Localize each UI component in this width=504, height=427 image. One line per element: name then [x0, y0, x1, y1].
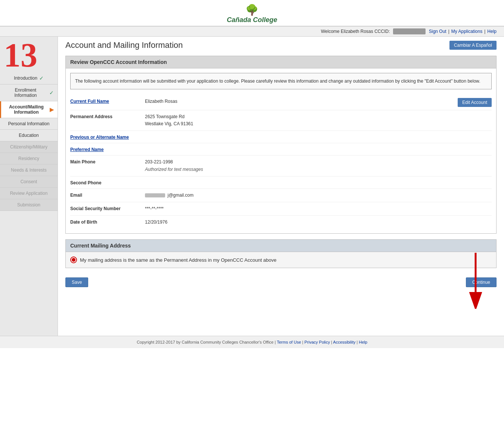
review-section: Review OpenCCC Account Information The f… [65, 56, 497, 234]
sidebar-item-education[interactable]: Education [0, 130, 58, 141]
sidebar-item-label: Account/Mailing Information [5, 104, 48, 115]
permanent-address-label: Permanent Address [70, 113, 145, 119]
field-row-ssn: Social Security Number ***-**-**** [70, 202, 492, 216]
mailing-checkbox-indicator [70, 256, 77, 263]
second-phone-label: Second Phone [70, 179, 145, 185]
page-title: Account and Mailing Information [65, 40, 183, 50]
logo-icon: 🌳 [245, 4, 259, 16]
permanent-address-value: 2625 Townsgate Rd Westlake Vlg, CA 91361 [145, 113, 492, 128]
info-notice: The following account information will b… [70, 73, 492, 89]
dob-label: Date of Birth [70, 219, 145, 225]
prev-name-label: Previous or Alternate Name [70, 134, 145, 140]
main-phone-label: Main Phone [70, 159, 145, 165]
mailing-section: Current Mailing Address My mailing addre… [65, 239, 497, 268]
help-link-header[interactable]: Help [487, 29, 497, 34]
sidebar-item-label: Enrollment Information [4, 87, 47, 98]
welcome-text: Welcome Elizabeth Rosas CCCID: [321, 29, 390, 34]
field-row-dob: Date of Birth 12/20/1976 [70, 216, 492, 229]
review-section-header: Review OpenCCC Account Information [66, 56, 496, 68]
page-title-row: Account and Mailing Information Cambiar … [65, 40, 497, 50]
sidebar-item-submission[interactable]: Submission [0, 199, 58, 211]
current-full-name-label: Current Full Name [70, 98, 145, 104]
field-row-email: Email ■■■ j@gmail.com [70, 189, 492, 202]
mailing-section-content: My mailing address is the same as the Pe… [66, 252, 496, 268]
page-header: 🌳 Cañada College [0, 0, 504, 26]
sidebar-item-introduction[interactable]: Introduction ✓ [0, 72, 58, 85]
field-row-permanent-address: Permanent Address 2625 Townsgate Rd West… [70, 110, 492, 131]
footer: Copyright 2012-2017 by California Commun… [0, 336, 504, 348]
sidebar-item-label: Personal Information [8, 121, 50, 126]
sidebar-item-label: Citizenship/Military [10, 144, 47, 150]
review-section-content: The following account information will b… [66, 68, 496, 233]
red-arrow-svg [464, 253, 487, 309]
cccid-mask: ■■■■■■■ [393, 28, 426, 34]
top-bar: Welcome Elizabeth Rosas CCCID: ■■■■■■■ S… [0, 26, 504, 37]
current-full-name-link[interactable]: Current Full Name [70, 99, 109, 104]
check-icon-introduction: ✓ [39, 75, 44, 81]
edit-account-button[interactable]: Edit Account [458, 98, 492, 107]
email-label: Email [70, 192, 145, 198]
sidebar-item-label: Education [19, 133, 38, 138]
field-row-full-name: Current Full Name Elizabeth Rosas Edit A… [70, 95, 492, 110]
bottom-bar: Save Continue [65, 274, 497, 291]
step-number: 13 [0, 37, 58, 72]
footer-terms-link[interactable]: Terms of Use [277, 340, 301, 344]
sidebar-item-citizenship[interactable]: Citizenship/Military [0, 141, 58, 153]
arrow-icon-active: ▶ [50, 107, 54, 113]
college-name: Cañada College [227, 16, 277, 24]
footer-copyright: Copyright 2012-2017 by California Commun… [137, 340, 276, 344]
main-layout: 13 Introduction ✓ Enrollment Information… [0, 37, 504, 336]
espanol-button[interactable]: Cambiar A Español [449, 41, 497, 50]
previous-alternate-name-link[interactable]: Previous or Alternate Name [70, 135, 129, 140]
sidebar-item-label: Consent [21, 179, 37, 184]
footer-privacy-link[interactable]: Privacy Policy [304, 340, 330, 344]
main-phone-value: 203-221-1998 Authorized for text message… [145, 159, 492, 173]
current-full-name-value: Elizabeth Rosas [145, 98, 458, 105]
sidebar-item-review[interactable]: Review Application [0, 188, 58, 199]
sidebar-item-label: Needs & Interests [11, 168, 46, 173]
main-content: Account and Mailing Information Cambiar … [58, 37, 504, 336]
field-row-main-phone: Main Phone 203-221-1998 Authorized for t… [70, 156, 492, 176]
ssn-label: Social Security Number [70, 205, 145, 211]
sidebar: 13 Introduction ✓ Enrollment Information… [0, 37, 58, 336]
sidebar-item-label: Introduction [14, 76, 37, 81]
field-row-second-phone: Second Phone [70, 176, 492, 189]
footer-accessibility-link[interactable]: Accessibility [333, 340, 356, 344]
check-icon-enrollment: ✓ [49, 90, 54, 96]
field-row-preferred-name: Preferred Name [70, 143, 492, 156]
sidebar-item-account-mailing[interactable]: Account/Mailing Information ▶ [0, 101, 58, 118]
dob-value: 12/20/1976 [145, 219, 492, 226]
ssn-value: ***-**-**** [145, 205, 492, 212]
mailing-section-header: Current Mailing Address [66, 240, 496, 252]
email-value: ■■■ j@gmail.com [145, 192, 492, 199]
save-button[interactable]: Save [65, 277, 88, 287]
preferred-name-label: Preferred Name [70, 146, 145, 152]
footer-help-link[interactable]: Help [359, 340, 367, 344]
sidebar-item-enrollment[interactable]: Enrollment Information ✓ [0, 85, 58, 101]
my-applications-link[interactable]: My Applications [451, 29, 482, 34]
sidebar-item-personal-info[interactable]: Personal Information [0, 118, 58, 130]
college-logo: 🌳 Cañada College [0, 4, 504, 24]
sign-out-link[interactable]: Sign Out [429, 29, 446, 34]
mailing-checkbox-label: My mailing address is the same as the Pe… [80, 257, 276, 263]
sidebar-item-label: Submission [17, 202, 40, 208]
sidebar-item-label: Review Application [10, 191, 48, 196]
sidebar-item-label: Residency [18, 156, 39, 161]
sidebar-item-consent[interactable]: Consent [0, 176, 58, 188]
sidebar-item-needs[interactable]: Needs & Interests [0, 165, 58, 176]
sidebar-item-residency[interactable]: Residency [0, 153, 58, 165]
preferred-name-link[interactable]: Preferred Name [70, 147, 103, 152]
field-row-prev-name: Previous or Alternate Name [70, 131, 492, 143]
